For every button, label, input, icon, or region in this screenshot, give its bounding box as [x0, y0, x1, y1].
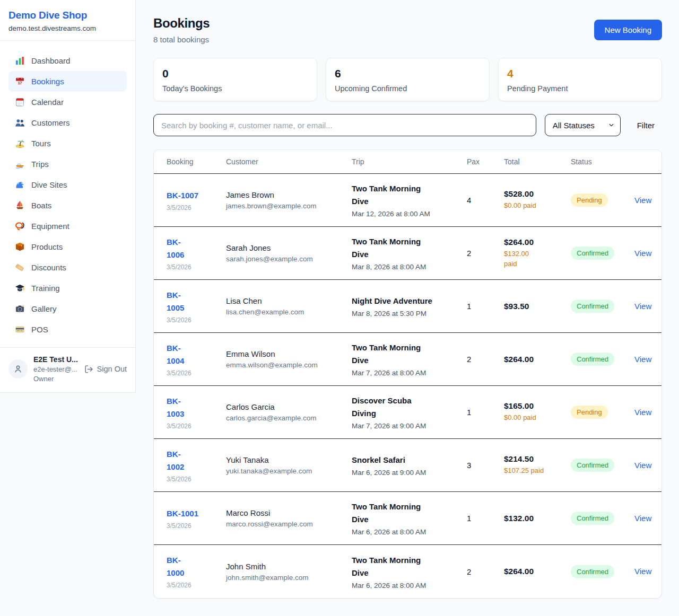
sidebar-item-discounts[interactable]: Discounts: [8, 257, 127, 278]
package-icon: [15, 242, 25, 252]
trip-datetime: Mar 6, 2026 at 8:00 AM: [352, 528, 467, 536]
trip-datetime: Mar 8, 2026 at 5:30 PM: [352, 310, 467, 318]
paid-amount: $0.00 paid: [504, 413, 571, 423]
user-role: Owner: [33, 375, 78, 383]
total-cell: $264.00 $132.00 paid: [504, 237, 571, 269]
trip-name: Snorkel Safari: [352, 454, 436, 467]
view-link[interactable]: View: [634, 355, 651, 364]
calendar-icon: 17: [15, 76, 25, 86]
table-row[interactable]: BK- 1000 3/5/2026 John Smith john.smith@…: [154, 545, 661, 598]
sidebar-item-label: Training: [31, 284, 60, 293]
view-link[interactable]: View: [634, 567, 651, 576]
customer-cell: Sarah Jones sarah.jones@example.com: [226, 243, 352, 263]
view-link[interactable]: View: [634, 514, 651, 523]
stats-row: 0 Today's Bookings 6 Upcoming Confirmed …: [153, 58, 662, 101]
sign-out-button[interactable]: Sign Out: [84, 365, 127, 374]
sidebar-item-pos[interactable]: POS: [8, 319, 127, 340]
status-badge: Confirmed: [571, 247, 614, 260]
sidebar-item-gallery[interactable]: Gallery: [8, 298, 127, 319]
table-header-row: Booking Customer Trip Pax Total Status: [154, 150, 661, 174]
user-name: E2E Test U...: [33, 355, 78, 364]
trip-cell: Discover Scuba Diving Mar 7, 2026 at 9:0…: [352, 394, 467, 430]
user-icon: [13, 364, 23, 374]
booking-id-link[interactable]: BK-1001: [167, 507, 226, 520]
customer-email: yuki.tanaka@example.com: [226, 467, 352, 475]
svg-text:17: 17: [18, 81, 22, 85]
filter-button[interactable]: Filter: [629, 121, 662, 130]
actions-cell: View: [634, 355, 661, 364]
customer-cell: Marco Rossi marco.rossi@example.com: [226, 508, 352, 528]
sidebar-item-bookings[interactable]: 17 Bookings: [8, 71, 127, 92]
tag-icon: [15, 262, 25, 272]
actions-cell: View: [634, 302, 661, 311]
sidebar-item-customers[interactable]: Customers: [8, 112, 127, 133]
sidebar-item-trips[interactable]: Trips: [8, 154, 127, 174]
booking-id-link[interactable]: BK-1007: [167, 189, 226, 202]
view-link[interactable]: View: [634, 408, 651, 417]
trip-cell: Two Tank Morning Dive Mar 6, 2026 at 8:0…: [352, 554, 467, 589]
trip-cell: Snorkel Safari Mar 6, 2026 at 9:00 AM: [352, 454, 467, 477]
pax-cell: 2: [467, 567, 504, 576]
speedboat-icon: [15, 159, 25, 169]
sidebar-item-calendar[interactable]: Calendar: [8, 92, 127, 112]
sign-out-label: Sign Out: [97, 365, 127, 373]
view-link[interactable]: View: [634, 461, 651, 470]
table-row[interactable]: BK- 1003 3/5/2026 Carlos Garcia carlos.g…: [154, 386, 661, 439]
trip-name: Night Dive Adventure: [352, 295, 436, 307]
view-link[interactable]: View: [634, 249, 651, 258]
stat-value: 0: [162, 67, 308, 81]
booking-id-link[interactable]: BK- 1005: [167, 289, 226, 314]
total-cell: $264.00: [504, 355, 571, 364]
total-cell: $528.00 $0.00 paid: [504, 189, 571, 211]
booking-id-link[interactable]: BK- 1003: [167, 395, 226, 420]
table-row[interactable]: BK- 1002 3/5/2026 Yuki Tanaka yuki.tanak…: [154, 439, 661, 492]
actions-cell: View: [634, 567, 661, 576]
sidebar-item-dive-sites[interactable]: Dive Sites: [8, 174, 127, 195]
actions-cell: View: [634, 408, 661, 417]
sidebar-item-label: Bookings: [31, 77, 64, 86]
tear-calendar-icon: [15, 97, 25, 107]
sidebar-item-equipment[interactable]: Equipment: [8, 216, 127, 236]
table-row[interactable]: BK- 1006 3/5/2026 Sarah Jones sarah.jone…: [154, 227, 661, 280]
booking-cell: BK-1001 3/5/2026: [167, 507, 226, 530]
sidebar-item-training[interactable]: Training: [8, 278, 127, 298]
page-subtitle: 8 total bookings: [153, 35, 210, 44]
sidebar-item-label: Dive Sites: [31, 180, 67, 189]
booking-id-link[interactable]: BK- 1002: [167, 448, 226, 473]
island-icon: [15, 138, 25, 148]
status-cell: Confirmed: [571, 247, 634, 260]
table-row[interactable]: BK- 1004 3/5/2026 Emma Wilson emma.wilso…: [154, 333, 661, 386]
view-link[interactable]: View: [634, 302, 651, 311]
new-booking-button[interactable]: New Booking: [594, 20, 662, 40]
sidebar-item-boats[interactable]: Boats: [8, 195, 127, 216]
sign-out-icon: [84, 365, 93, 374]
pax-cell: 4: [467, 196, 504, 205]
table-row[interactable]: BK-1007 3/5/2026 James Brown james.brown…: [154, 174, 661, 227]
sidebar-item-dashboard[interactable]: Dashboard: [8, 50, 127, 71]
booking-id-link[interactable]: BK- 1006: [167, 236, 226, 261]
booking-id-link[interactable]: BK- 1000: [167, 554, 226, 579]
status-badge: Pending: [571, 406, 608, 419]
trip-cell: Two Tank Morning Dive Mar 7, 2026 at 8:0…: [352, 341, 467, 377]
sidebar-item-tours[interactable]: Tours: [8, 133, 127, 154]
total-cell: $214.50 $107.25 paid: [504, 454, 571, 476]
search-input[interactable]: [153, 114, 536, 136]
status-filter-select[interactable]: All Statuses: [545, 114, 621, 136]
trip-datetime: Mar 6, 2026 at 8:00 AM: [352, 582, 467, 589]
user-info: E2E Test U... e2e-tester@... Owner: [33, 355, 78, 383]
customer-name: Lisa Chen: [226, 296, 352, 305]
booking-id-link[interactable]: BK- 1004: [167, 342, 226, 367]
sidebar-header: Demo Dive Shop demo.test.divestreams.com: [0, 0, 135, 41]
table-row[interactable]: BK- 1005 3/5/2026 Lisa Chen lisa.chen@ex…: [154, 280, 661, 333]
status-cell: Pending: [571, 406, 634, 419]
view-link[interactable]: View: [634, 196, 651, 205]
table-row[interactable]: BK-1001 3/5/2026 Marco Rossi marco.rossi…: [154, 492, 661, 545]
column-header-booking: Booking: [167, 157, 226, 166]
stat-value: 6: [335, 67, 481, 81]
customer-cell: Carlos Garcia carlos.garcia@example.com: [226, 402, 352, 422]
sidebar-item-products[interactable]: Products: [8, 236, 127, 257]
actions-cell: View: [634, 461, 661, 470]
customer-email: emma.wilson@example.com: [226, 361, 352, 369]
booking-date: 3/5/2026: [167, 316, 226, 324]
credit-card-icon: [15, 324, 25, 335]
